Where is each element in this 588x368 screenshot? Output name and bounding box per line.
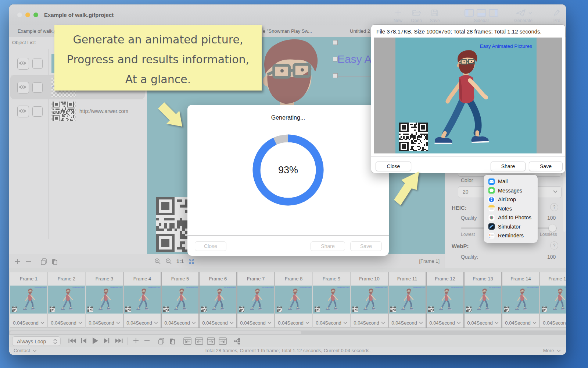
result-preview: Easy Animated Pictures	[374, 38, 562, 153]
toolbar-pro-button[interactable]: Pro	[548, 9, 566, 23]
notes-icon	[488, 205, 495, 212]
close-window-button[interactable]	[17, 13, 22, 17]
folder-icon	[412, 9, 421, 17]
toolbar-sidebar-group[interactable]: Sidebar	[464, 9, 499, 23]
dialog-save-button[interactable]: Save	[350, 241, 382, 251]
results-share-button[interactable]: Share	[491, 162, 526, 171]
toolbar-generate-button[interactable]: Generate	[509, 9, 538, 23]
share-menu-item[interactable]: Reminders	[484, 231, 538, 240]
tab-divider	[336, 27, 336, 35]
reminders-icon	[488, 233, 495, 239]
walking-man-artwork	[431, 46, 492, 148]
paper-plane-icon	[515, 9, 532, 17]
watermark-text: Easy Animated Pictures	[480, 43, 532, 49]
dialog-share-button[interactable]: Share	[311, 241, 345, 251]
results-save-button[interactable]: Save	[529, 162, 563, 171]
callout-note: Generate an animated picture, Progress a…	[54, 25, 262, 91]
qr-code	[399, 123, 428, 151]
floppy-icon	[431, 9, 439, 17]
progress-percent: 93%	[251, 164, 325, 176]
messages-icon	[488, 187, 495, 194]
share-menu-item[interactable]: Messages	[484, 186, 538, 195]
simulator-icon	[488, 223, 495, 230]
tab-untitled-2[interactable]: Untitled 2	[350, 28, 370, 34]
minimize-window-button[interactable]	[25, 13, 30, 17]
title-bar: Example of walk.gifproject New Open Save…	[9, 4, 566, 25]
share-menu-item[interactable]: Add to Photos	[484, 213, 538, 222]
share-menu-item[interactable]: AirDrop	[484, 195, 538, 204]
dialog-divider	[187, 236, 389, 236]
window-title: Example of walk.gifproject	[44, 12, 114, 18]
generating-dialog: Generating... 93% Close Share Save	[187, 105, 389, 256]
toolbar-open-button[interactable]: Open	[408, 9, 425, 23]
toolbar-save-button[interactable]: Save	[426, 9, 444, 23]
panels-icon	[464, 9, 499, 17]
dialog-close-button[interactable]: Close	[195, 241, 226, 251]
dialog-title: Generating...	[187, 114, 389, 121]
zoom-window-button[interactable]	[33, 13, 38, 17]
toolbar-new-button[interactable]: New	[389, 9, 407, 23]
pencil-icon	[553, 9, 560, 17]
app-window: Example of walk.gifproject New Open Save…	[9, 4, 566, 355]
share-menu-item[interactable]: Notes	[484, 204, 538, 213]
share-menu-item[interactable]: Simulator	[484, 222, 538, 231]
share-menu: Mail Messages AirDrop Notes Add to Photo…	[484, 175, 538, 243]
result-image: Easy Animated Pictures	[395, 38, 537, 153]
tab-snowman[interactable]: e "Snowman Play Sw...	[263, 28, 312, 34]
airdrop-icon	[488, 197, 495, 203]
result-info-text: File 378.17KB, Size 1000x750; Total 28 f…	[376, 28, 542, 35]
mail-icon	[488, 178, 495, 185]
chevron-down-icon	[529, 12, 532, 14]
results-footer: Close Share Save	[371, 156, 565, 173]
results-close-button[interactable]: Close	[376, 162, 411, 171]
plus-icon	[394, 9, 402, 17]
share-menu-item[interactable]: Mail	[484, 177, 538, 186]
results-panel: File 378.17KB, Size 1000x750; Total 28 f…	[371, 25, 565, 173]
photos-icon	[488, 215, 495, 221]
tab-example-walk[interactable]: Example of walk.g	[18, 28, 57, 34]
